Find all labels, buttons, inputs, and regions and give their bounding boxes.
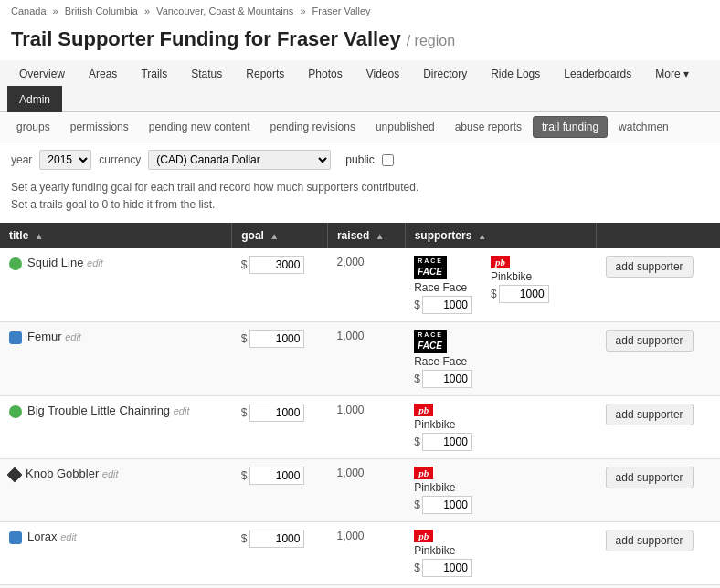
goal-cell: $ [232, 521, 328, 584]
edit-link[interactable]: edit [102, 468, 119, 479]
edit-link[interactable]: edit [65, 331, 81, 342]
goal-input[interactable] [249, 330, 304, 348]
main-nav-tab-admin[interactable]: Admin [7, 86, 62, 112]
goal-input[interactable] [249, 467, 304, 485]
sub-nav-tab-permissions[interactable]: permissions [61, 116, 138, 138]
main-nav-tab-photos[interactable]: Photos [296, 60, 354, 87]
supporters-cell: pb Pinkbike $ [405, 395, 596, 458]
main-nav: OverviewAreasTrailsStatusReportsPhotosVi… [0, 60, 720, 112]
supporter-block: RACEFACE Race Face $ [414, 256, 472, 314]
edit-link[interactable]: edit [87, 257, 103, 268]
status-blue-icon [9, 331, 22, 344]
main-nav-tab-areas[interactable]: Areas [77, 60, 129, 87]
supporters-cell: pb Pinkbike $ [405, 584, 596, 588]
table-row: Mango Mango edit$1,000 pb Pinkbike $ add… [0, 584, 720, 588]
goal-input[interactable] [249, 530, 304, 548]
main-nav-tab-trails[interactable]: Trails [129, 60, 179, 87]
supporter-amount-input[interactable] [422, 559, 472, 577]
sub-nav-tab-watchmen[interactable]: watchmen [609, 116, 678, 138]
main-nav-tab-status[interactable]: Status [179, 60, 234, 87]
sub-nav-tab-pending-revisions[interactable]: pending revisions [261, 116, 365, 138]
goal-input[interactable] [249, 256, 304, 274]
main-nav-tab-ride-logs[interactable]: Ride Logs [479, 60, 552, 87]
col-header-title[interactable]: title ▲ [0, 223, 232, 248]
col-header-goal[interactable]: goal ▲ [232, 223, 328, 248]
table-row: Squid Line edit$2,000 RACEFACE Race Face… [0, 248, 720, 321]
raised-cell: 1,000 [327, 395, 405, 458]
main-nav-tab-more[interactable]: More [643, 60, 701, 87]
main-nav-tab-directory[interactable]: Directory [411, 60, 479, 87]
supporters-cell: RACEFACE Race Face $ pb Pinkbike $ [405, 248, 596, 321]
add-supporter-button[interactable]: add supporter [606, 530, 694, 551]
table-row: Femur edit$1,000 RACEFACE Race Face $ ad… [0, 322, 720, 396]
supporter-name: Pinkbike [414, 481, 455, 494]
add-supporter-button[interactable]: add supporter [606, 404, 694, 425]
amount-dollar: $ [414, 436, 420, 448]
breadcrumb-item[interactable]: Fraser Valley [312, 5, 371, 16]
amount-dollar: $ [414, 373, 420, 385]
info-text: Set a yearly funding goal for each trail… [0, 177, 720, 223]
goal-input[interactable] [249, 404, 304, 422]
trail-title: Big Trouble Little Chainring edit [27, 404, 189, 417]
supporter-amount-input[interactable] [422, 296, 472, 314]
supporter-logo: pb [491, 256, 549, 268]
raised-value: 1,000 [336, 404, 364, 416]
add-supporter-button[interactable]: add supporter [606, 467, 694, 488]
breadcrumb: Canada » British Columbia » Vancouver, C… [0, 0, 720, 22]
sub-nav-tab-pending-new-content[interactable]: pending new content [140, 116, 259, 138]
col-header-supporters[interactable]: supporters ▲ [405, 223, 596, 248]
goal-cell: $ [232, 458, 328, 521]
supporter-name: Pinkbike [491, 270, 532, 283]
main-nav-tab-reports[interactable]: Reports [234, 60, 296, 87]
action-cell: add supporter [597, 322, 720, 396]
goal-cell: $ [232, 248, 328, 321]
supporter-logo: pb [414, 467, 472, 479]
amount-dollar: $ [414, 499, 420, 511]
trail-title-cell: Femur edit [0, 322, 232, 396]
raised-value: 1,000 [336, 330, 364, 342]
breadcrumb-item[interactable]: Canada [11, 5, 47, 16]
edit-link[interactable]: edit [60, 531, 77, 542]
supporter-amount-input[interactable] [422, 496, 472, 514]
status-green-icon [9, 405, 22, 418]
breadcrumb-item[interactable]: Vancouver, Coast & Mountains [156, 5, 293, 16]
col-header-actions[interactable] [597, 223, 720, 248]
trail-title-cell: Squid Line edit [0, 248, 232, 321]
goal-dollar: $ [241, 406, 248, 419]
public-checkbox[interactable] [382, 154, 394, 166]
edit-link[interactable]: edit [174, 405, 190, 416]
amount-dollar: $ [414, 562, 420, 574]
supporter-block: pb Pinkbike $ [414, 467, 472, 514]
supporters-cell: pb Pinkbike $ [405, 521, 596, 584]
col-header-raised[interactable]: raised ▲ [327, 223, 405, 248]
breadcrumb-item[interactable]: British Columbia [65, 5, 138, 16]
add-supporter-button[interactable]: add supporter [606, 330, 694, 352]
main-nav-tab-overview[interactable]: Overview [7, 60, 77, 87]
trail-title: Knob Gobbler edit [26, 467, 119, 480]
year-select[interactable]: 2015 2014 2016 [39, 150, 91, 170]
sub-nav-tab-abuse-reports[interactable]: abuse reports [446, 116, 531, 138]
supporter-amount-input[interactable] [499, 285, 549, 303]
raceface-logo: RACEFACE [414, 256, 447, 279]
sub-nav-tab-unpublished[interactable]: unpublished [366, 116, 444, 138]
sub-nav-tab-trail-funding[interactable]: trail funding [533, 116, 608, 138]
raised-cell: 1,000 [327, 584, 405, 588]
sub-nav-tab-groups[interactable]: groups [7, 116, 59, 138]
raised-cell: 2,000 [327, 248, 405, 321]
supporter-logo: pb [414, 530, 472, 542]
supporter-amount-input[interactable] [422, 433, 472, 451]
currency-select[interactable]: (CAD) Canada Dollar (USD) US Dollar [148, 150, 331, 170]
goal-cell: $ [232, 395, 328, 458]
status-green-icon [9, 257, 22, 270]
amount-dollar: $ [491, 288, 497, 300]
add-supporter-button[interactable]: add supporter [606, 256, 694, 278]
funding-table: title ▲goal ▲raised ▲supporters ▲ Squid … [0, 223, 720, 588]
public-label: public [345, 153, 374, 166]
status-blue-icon [9, 531, 22, 544]
supporters-cell: RACEFACE Race Face $ [405, 322, 596, 396]
main-nav-tab-videos[interactable]: Videos [355, 60, 411, 87]
main-nav-tab-leaderboards[interactable]: Leaderboards [552, 60, 643, 87]
supporters-cell: pb Pinkbike $ [405, 458, 596, 521]
supporter-amount-input[interactable] [422, 370, 472, 388]
pinkbike-logo: pb [414, 467, 433, 479]
